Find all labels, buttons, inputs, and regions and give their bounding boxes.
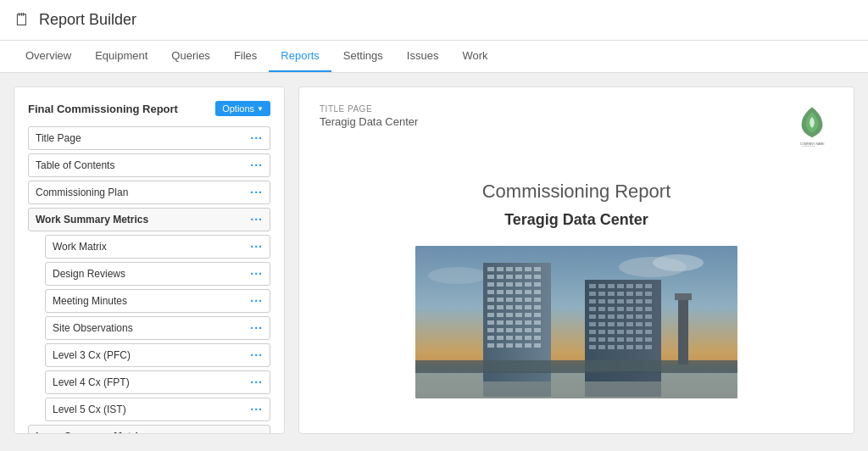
svg-rect-39 bbox=[487, 305, 494, 309]
svg-rect-84 bbox=[598, 292, 605, 296]
svg-rect-118 bbox=[589, 330, 596, 334]
svg-rect-74 bbox=[534, 343, 541, 348]
svg-rect-67 bbox=[525, 336, 531, 340]
svg-rect-115 bbox=[626, 322, 633, 326]
section-menu-dots[interactable]: ··· bbox=[250, 213, 263, 226]
svg-rect-133 bbox=[598, 345, 605, 349]
item-label: Work Matrix bbox=[53, 241, 107, 253]
indented-items: Work Matrix ··· Design Reviews ··· Meeti… bbox=[28, 235, 270, 421]
svg-rect-46 bbox=[497, 313, 504, 317]
left-panel: Final Commissioning Report Options Title… bbox=[14, 86, 285, 434]
item-menu-dots[interactable]: ··· bbox=[250, 403, 263, 416]
svg-rect-91 bbox=[598, 299, 605, 303]
section-menu-dots[interactable]: ··· bbox=[250, 430, 263, 434]
svg-rect-90 bbox=[589, 299, 596, 303]
svg-rect-136 bbox=[626, 345, 633, 349]
building-image bbox=[415, 246, 737, 398]
svg-rect-102 bbox=[636, 307, 643, 311]
svg-rect-30 bbox=[515, 290, 522, 294]
svg-rect-33 bbox=[487, 298, 494, 302]
report-builder-icon: 🗒 bbox=[14, 10, 31, 30]
svg-rect-26 bbox=[534, 282, 541, 287]
svg-rect-93 bbox=[617, 299, 624, 303]
item-menu-dots[interactable]: ··· bbox=[250, 376, 263, 389]
nav-work[interactable]: Work bbox=[450, 41, 499, 72]
item-label: Title Page bbox=[36, 132, 81, 144]
svg-rect-109 bbox=[636, 315, 643, 319]
svg-rect-95 bbox=[636, 299, 643, 303]
report-subtitle: Teragig Data Center bbox=[320, 211, 833, 229]
item-menu-dots[interactable]: ··· bbox=[250, 267, 263, 281]
header: 🗒 Report Builder bbox=[0, 0, 868, 41]
svg-rect-44 bbox=[534, 305, 541, 309]
svg-rect-86 bbox=[617, 292, 624, 296]
svg-rect-17 bbox=[506, 275, 513, 279]
svg-rect-112 bbox=[598, 322, 605, 326]
list-item: Level 4 Cx (FPT) ··· bbox=[45, 370, 270, 394]
svg-rect-57 bbox=[487, 328, 494, 332]
svg-rect-45 bbox=[487, 313, 494, 317]
svg-rect-116 bbox=[636, 322, 643, 326]
svg-rect-98 bbox=[598, 307, 605, 311]
title-page-label: TITLE PAGE bbox=[320, 104, 418, 114]
report-title: Commissioning Report bbox=[320, 181, 833, 203]
svg-rect-51 bbox=[487, 320, 494, 325]
svg-rect-29 bbox=[506, 290, 513, 294]
svg-rect-58 bbox=[497, 328, 504, 332]
nav-overview[interactable]: Overview bbox=[14, 41, 83, 72]
svg-rect-21 bbox=[487, 282, 494, 287]
item-menu-dots[interactable]: ··· bbox=[250, 348, 263, 362]
item-menu-dots[interactable]: ··· bbox=[250, 321, 263, 335]
svg-rect-78 bbox=[608, 284, 615, 288]
svg-rect-85 bbox=[608, 292, 615, 296]
svg-rect-77 bbox=[598, 284, 605, 288]
svg-point-4 bbox=[653, 254, 704, 271]
svg-rect-15 bbox=[487, 275, 494, 279]
nav-reports[interactable]: Reports bbox=[269, 41, 331, 72]
item-label: Design Reviews bbox=[53, 268, 125, 280]
item-menu-dots[interactable]: ··· bbox=[250, 186, 263, 199]
svg-rect-37 bbox=[525, 298, 531, 302]
svg-rect-65 bbox=[506, 336, 513, 340]
svg-rect-88 bbox=[636, 292, 643, 296]
svg-rect-83 bbox=[589, 292, 596, 296]
svg-rect-106 bbox=[608, 315, 615, 319]
svg-rect-13 bbox=[525, 267, 531, 271]
svg-rect-100 bbox=[617, 307, 624, 311]
item-menu-dots[interactable]: ··· bbox=[250, 159, 263, 172]
svg-rect-54 bbox=[515, 320, 522, 325]
svg-rect-94 bbox=[626, 299, 633, 303]
title-page-subtitle: Teragig Data Center bbox=[320, 115, 418, 128]
svg-rect-130 bbox=[636, 337, 643, 342]
svg-rect-79 bbox=[617, 284, 624, 288]
item-menu-dots[interactable]: ··· bbox=[250, 294, 263, 308]
svg-rect-28 bbox=[497, 290, 504, 294]
list-item: Work Matrix ··· bbox=[45, 235, 270, 259]
nav-issues[interactable]: Issues bbox=[395, 41, 451, 72]
item-label: Commissioning Plan bbox=[36, 187, 128, 198]
svg-rect-41 bbox=[506, 305, 513, 309]
item-label: Level 3 Cx (PFC) bbox=[53, 349, 131, 361]
nav-settings[interactable]: Settings bbox=[331, 41, 395, 72]
svg-rect-40 bbox=[497, 305, 504, 309]
svg-rect-36 bbox=[515, 298, 522, 302]
item-menu-dots[interactable]: ··· bbox=[250, 131, 263, 145]
section-header: Work Summary Metrics ··· bbox=[28, 208, 270, 231]
nav-equipment[interactable]: Equipment bbox=[83, 41, 159, 72]
item-menu-dots[interactable]: ··· bbox=[250, 240, 263, 253]
svg-rect-42 bbox=[515, 305, 522, 309]
svg-rect-141 bbox=[415, 360, 737, 373]
nav-files[interactable]: Files bbox=[222, 41, 269, 72]
svg-rect-18 bbox=[515, 275, 522, 279]
nav-queries[interactable]: Queries bbox=[159, 41, 222, 72]
svg-rect-97 bbox=[589, 307, 596, 311]
svg-rect-134 bbox=[608, 345, 615, 349]
options-button[interactable]: Options bbox=[215, 101, 270, 116]
page-title: Report Builder bbox=[39, 11, 136, 29]
svg-rect-9 bbox=[487, 267, 494, 271]
svg-point-5 bbox=[428, 267, 487, 284]
title-page-info: TITLE PAGE Teragig Data Center bbox=[320, 104, 418, 128]
svg-rect-120 bbox=[608, 330, 615, 334]
panel-title: Final Commissioning Report bbox=[28, 103, 178, 115]
svg-rect-43 bbox=[525, 305, 531, 309]
